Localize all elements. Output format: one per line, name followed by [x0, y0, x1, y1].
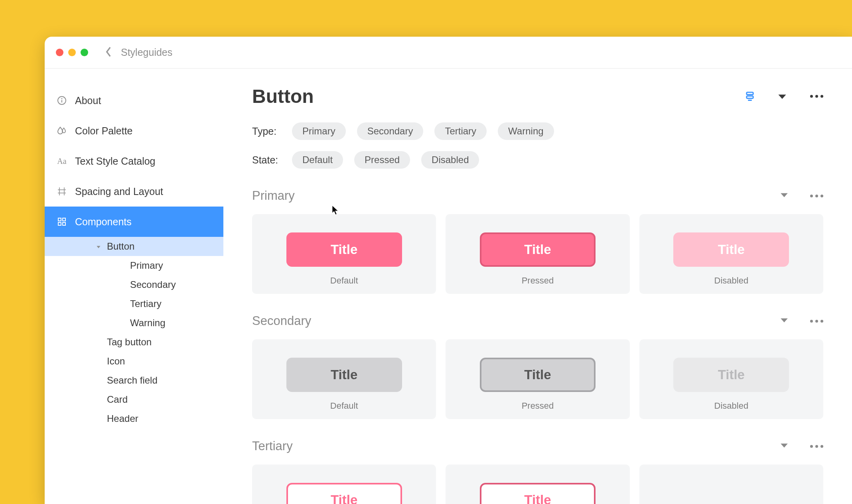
sample-button[interactable]: Title	[480, 483, 596, 504]
subnav-item-tertiary[interactable]: Tertiary	[45, 294, 223, 313]
grid-icon	[57, 217, 67, 227]
subnav-item-search-field[interactable]: Search field	[45, 371, 223, 390]
sidebar-item-color-palette[interactable]: Color Palette	[45, 116, 223, 146]
page-title: Button	[252, 85, 314, 107]
svg-point-2	[62, 98, 62, 99]
more-menu-icon[interactable]	[810, 95, 823, 98]
back-chevron-icon[interactable]	[105, 46, 112, 59]
sample-button[interactable]: Title	[480, 358, 596, 392]
sidebar: About Color Palette Aa Text Style Catalo…	[45, 69, 223, 504]
maximize-window-button[interactable]	[81, 49, 88, 56]
section-title: Primary	[252, 189, 295, 203]
variant-label: Default	[330, 276, 358, 286]
subnav-label: Tag button	[107, 337, 152, 348]
section-primary: Primary Title Default	[252, 189, 823, 294]
subnav-label: Search field	[107, 375, 158, 386]
close-window-button[interactable]	[56, 49, 63, 56]
subnav-label: Secondary	[130, 279, 176, 290]
variant-card: Title Disabled	[639, 214, 823, 294]
sample-button[interactable]: Title	[286, 358, 402, 392]
sidebar-item-text-style[interactable]: Aa Text Style Catalog	[45, 146, 223, 176]
section-header: Tertiary	[252, 439, 823, 453]
page-header: Button	[252, 85, 823, 107]
subnav-item-warning[interactable]: Warning	[45, 313, 223, 333]
section-more-icon[interactable]	[810, 320, 823, 323]
subnav-item-primary[interactable]: Primary	[45, 256, 223, 275]
subnav-label: Primary	[130, 260, 163, 271]
section-title: Tertiary	[252, 439, 293, 453]
stack-view-icon[interactable]	[746, 91, 754, 102]
window-controls	[56, 49, 88, 56]
breadcrumb[interactable]: Styleguides	[121, 47, 172, 58]
sidebar-item-about[interactable]: About	[45, 85, 223, 116]
section-dropdown-icon[interactable]	[780, 192, 789, 199]
svg-rect-10	[63, 222, 65, 225]
filter-row-type: Type: Primary Secondary Tertiary Warning	[252, 122, 823, 140]
body: About Color Palette Aa Text Style Catalo…	[45, 69, 852, 504]
sample-button[interactable]: Title	[673, 358, 789, 392]
filter-label-state: State:	[252, 154, 281, 166]
subnav-item-secondary[interactable]: Secondary	[45, 275, 223, 294]
info-icon	[57, 95, 67, 106]
components-subnav: Button Primary Secondary Tertiary Warnin…	[45, 237, 223, 428]
droplet-icon	[57, 126, 67, 136]
subnav-label: Card	[107, 394, 128, 405]
subnav-item-tag-button[interactable]: Tag button	[45, 333, 223, 352]
section-header: Primary	[252, 189, 823, 203]
subnav-label: Tertiary	[130, 298, 162, 309]
svg-rect-9	[58, 222, 61, 225]
variant-label: Default	[330, 401, 358, 411]
pill-state-pressed[interactable]: Pressed	[354, 151, 410, 169]
sidebar-item-components[interactable]: Components	[45, 207, 223, 237]
disclosure-triangle-icon	[96, 241, 101, 252]
pill-state-disabled[interactable]: Disabled	[421, 151, 479, 169]
variant-card: Title Pressed	[446, 339, 629, 419]
section-header: Secondary	[252, 314, 823, 328]
sample-button[interactable]: Title	[673, 232, 789, 267]
subnav-item-header[interactable]: Header	[45, 409, 223, 428]
main-content: Button Type: Primary Se	[223, 69, 852, 504]
section-dropdown-icon[interactable]	[780, 317, 789, 325]
section-more-icon[interactable]	[810, 195, 823, 197]
svg-rect-11	[747, 92, 753, 94]
variant-card: Title Default	[252, 339, 436, 419]
sidebar-item-spacing[interactable]: Spacing and Layout	[45, 176, 223, 207]
sample-button[interactable]: Title	[286, 483, 402, 504]
subnav-label: Button	[107, 241, 134, 252]
variant-card: Title	[252, 465, 436, 504]
app-window: Styleguides About Color Palette Aa Text …	[45, 37, 852, 504]
section-tertiary: Tertiary Title Title	[252, 439, 823, 504]
svg-rect-7	[58, 218, 61, 221]
pill-type-tertiary[interactable]: Tertiary	[434, 122, 487, 140]
subnav-item-button[interactable]: Button	[45, 237, 223, 256]
typography-icon: Aa	[57, 156, 67, 166]
sample-button[interactable]: Title	[480, 232, 596, 267]
subnav-label: Warning	[130, 317, 165, 329]
variant-card	[639, 465, 823, 504]
subnav-item-icon[interactable]: Icon	[45, 352, 223, 371]
filter-row-state: State: Default Pressed Disabled	[252, 151, 823, 169]
minimize-window-button[interactable]	[68, 49, 76, 56]
variant-card: Title Pressed	[446, 214, 629, 294]
subnav-item-card[interactable]: Card	[45, 390, 223, 409]
dropdown-caret-icon[interactable]	[777, 93, 787, 100]
svg-rect-8	[63, 218, 65, 221]
pill-type-warning[interactable]: Warning	[498, 122, 554, 140]
sample-button[interactable]: Title	[286, 232, 402, 267]
header-actions	[746, 91, 823, 102]
section-secondary: Secondary Title Default	[252, 314, 823, 419]
section-dropdown-icon[interactable]	[780, 443, 789, 450]
subnav-label: Header	[107, 413, 138, 424]
section-title: Secondary	[252, 314, 311, 328]
sidebar-item-label: About	[75, 95, 101, 106]
pill-type-primary[interactable]: Primary	[292, 122, 346, 140]
pill-state-default[interactable]: Default	[292, 151, 343, 169]
section-more-icon[interactable]	[810, 445, 823, 448]
variant-label: Disabled	[714, 276, 749, 286]
sidebar-item-label: Components	[75, 216, 132, 228]
variant-label: Pressed	[522, 401, 554, 411]
sidebar-item-label: Spacing and Layout	[75, 186, 163, 197]
pill-type-secondary[interactable]: Secondary	[357, 122, 424, 140]
variant-card: Title Default	[252, 214, 436, 294]
subnav-label: Icon	[107, 356, 125, 367]
